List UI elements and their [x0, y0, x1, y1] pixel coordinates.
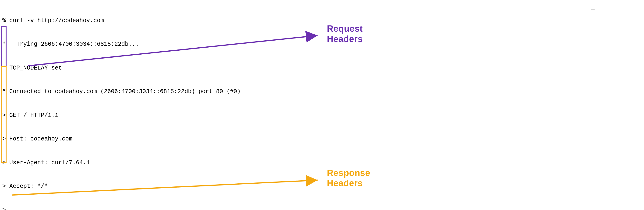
terminal-line: > Host: codeahoy.com — [2, 135, 644, 143]
request-headers-label: Request Headers — [327, 24, 363, 44]
response-headers-label: Response Headers — [327, 168, 370, 188]
terminal-line: * TCP_NODELAY set — [2, 64, 644, 72]
terminal-line: * Connected to codeahoy.com (2606:4700:3… — [2, 88, 644, 96]
label-line: Response — [327, 168, 370, 178]
label-line: Headers — [327, 34, 363, 44]
terminal-line: * Trying 2606:4700:3034::6815:22db... — [2, 40, 644, 48]
terminal-output: % curl -v http://codeahoy.com * Trying 2… — [0, 0, 644, 210]
label-line: Headers — [327, 178, 370, 189]
terminal-line: > Accept: */* — [2, 183, 644, 191]
label-line: Request — [327, 24, 363, 34]
terminal-line: > — [2, 206, 644, 210]
terminal-line: % curl -v http://codeahoy.com — [2, 17, 644, 25]
terminal-line: > User-Agent: curl/7.64.1 — [2, 159, 644, 167]
terminal-line: > GET / HTTP/1.1 — [2, 112, 644, 119]
